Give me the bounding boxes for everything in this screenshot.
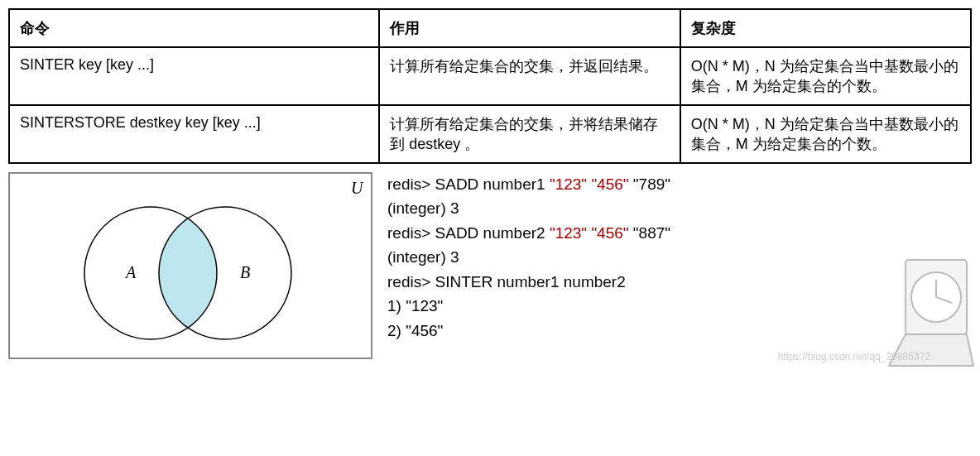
venn-diagram: A B U <box>8 172 372 359</box>
cell-command: SINTERSTORE destkey key [key ...] <box>9 105 379 163</box>
cell-effect: 计算所有给定集合的交集，并返回结果。 <box>379 47 680 105</box>
svg-text:A: A <box>124 263 137 281</box>
header-effect: 作用 <box>379 9 680 47</box>
header-complexity: 复杂度 <box>680 9 971 47</box>
code-text: "789" <box>629 175 670 193</box>
svg-point-1 <box>159 207 291 339</box>
code-line: redis> SINTER number1 number2 <box>387 270 670 294</box>
code-line: redis> SADD number1 "123" "456" "789" <box>387 172 670 196</box>
cell-complexity: O(N * M)，N 为给定集合当中基数最小的集合，M 为给定集合的个数。 <box>680 47 971 105</box>
commands-table: 命令 作用 复杂度 SINTER key [key ...] 计算所有给定集合的… <box>8 8 972 164</box>
code-line: (integer) 3 <box>387 196 670 220</box>
lower-section: A B U redis> SADD number1 "123" "456" "7… <box>8 172 972 359</box>
code-line: redis> SADD number2 "123" "456" "887" <box>387 221 670 245</box>
svg-text:U: U <box>351 179 364 197</box>
code-example: redis> SADD number1 "123" "456" "789" (i… <box>387 172 670 343</box>
table-row: SINTERSTORE destkey key [key ...] 计算所有给定… <box>9 105 971 163</box>
code-line: 2) "456" <box>387 319 670 343</box>
code-highlight: "123" "456" <box>550 224 629 242</box>
header-command: 命令 <box>9 9 379 47</box>
cell-command: SINTER key [key ...] <box>9 47 379 105</box>
code-line: (integer) 3 <box>387 245 670 269</box>
table-header-row: 命令 作用 复杂度 <box>9 9 971 47</box>
cell-effect: 计算所有给定集合的交集，并将结果储存到 destkey 。 <box>379 105 680 163</box>
table-row: SINTER key [key ...] 计算所有给定集合的交集，并返回结果。 … <box>9 47 971 105</box>
code-text: redis> SADD number2 <box>387 224 550 242</box>
code-highlight: "123" "456" <box>550 175 629 193</box>
code-text: "887" <box>629 224 670 242</box>
svg-text:B: B <box>240 263 250 281</box>
cell-complexity: O(N * M)，N 为给定集合当中基数最小的集合，M 为给定集合的个数。 <box>680 105 971 163</box>
venn-svg: A B U <box>10 174 371 358</box>
code-line: 1) "123" <box>387 294 670 318</box>
code-text: redis> SADD number1 <box>387 175 550 193</box>
